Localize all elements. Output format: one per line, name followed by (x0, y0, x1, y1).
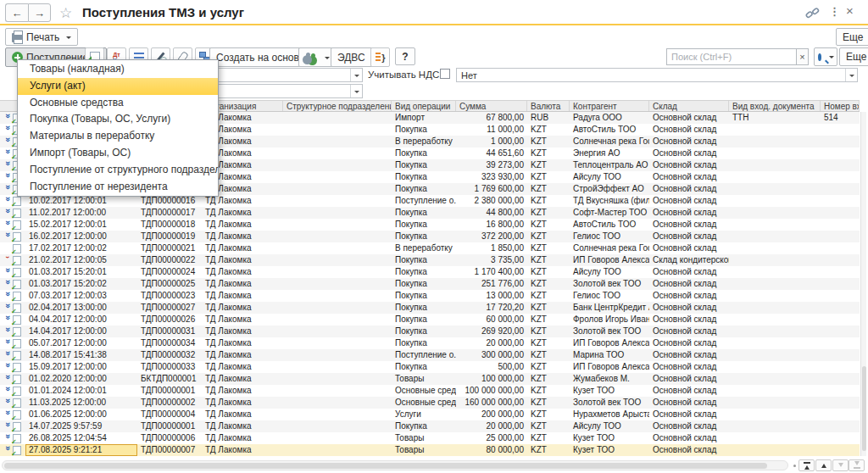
menu-item[interactable]: Товары (накладная) (18, 61, 218, 78)
table-row[interactable]: »15.02.2017 12:00:01ТДП00000018ТД Лакомк… (0, 219, 860, 231)
menu-item[interactable]: Покупка (Товары, ОС, Услуги) (18, 111, 218, 128)
table-row[interactable]: »14.07.2025 9:57:59ТДП00000001ТД Лакомка… (0, 420, 860, 432)
get-link-icon[interactable] (805, 6, 820, 24)
vat-checkbox[interactable] (440, 69, 450, 79)
menu-item[interactable]: Поступление от нерезидента (18, 179, 218, 196)
cell-cur: KZT (527, 136, 570, 147)
document-icon (13, 303, 21, 313)
cell-sum: 60 000,00 (456, 314, 527, 326)
table-row[interactable]: »01.03.2017 15:20:02ТДП00000025ТД Лакомк… (0, 278, 860, 290)
search-input[interactable] (667, 49, 796, 64)
menu-item[interactable]: Основные средства (18, 95, 218, 112)
horizontal-scrollbar-thumb[interactable] (4, 463, 767, 469)
filter-combo-2[interactable] (217, 84, 363, 98)
cell-vnum (821, 219, 860, 231)
print-button[interactable]: Печать (5, 28, 78, 46)
cell-org: ТД Лакомка (202, 337, 283, 349)
column-header-struct[interactable]: Структурное подразделение (283, 101, 392, 111)
table-row[interactable]: »15.09.2017 12:00:00ТДП00000033ТД Лакомк… (0, 361, 860, 373)
column-header-vdoc[interactable]: Вид вход. документа (729, 101, 821, 111)
cell-struct (283, 302, 392, 314)
chevron-down-icon[interactable] (350, 69, 362, 81)
cell-struct (283, 124, 392, 136)
column-header-contr[interactable]: Контрагент (570, 101, 649, 111)
more-button-top[interactable]: Еще (836, 28, 868, 46)
table-row[interactable]: ›21.02.2017 12:00:05ТДП00000022ТД Лакомк… (0, 254, 860, 266)
column-header-sklad[interactable]: Склад (649, 101, 729, 111)
table-row[interactable]: »01.01.2024 12:00:01ТДП00000001ТД Лакомк… (0, 385, 860, 397)
people-plus-icon (305, 52, 318, 63)
filter-combo-1[interactable] (217, 68, 363, 82)
vertical-scrollbar-thumb[interactable] (862, 366, 866, 451)
vertical-scrollbar[interactable] (860, 112, 866, 456)
cell-struct (283, 278, 392, 290)
cell-struct (283, 147, 392, 159)
table-row[interactable]: »01.03.2017 15:20:01ТДП00000024ТД Лакомк… (0, 266, 860, 278)
search-button[interactable] (814, 47, 837, 66)
table-row[interactable]: »26.08.2025 12:04:54ТДП00000006ТД Лакомк… (0, 432, 860, 444)
window-menu-dots-icon[interactable]: ⋮ (829, 5, 840, 18)
cell-cur: KZT (527, 409, 570, 420)
table-row[interactable]: »14.08.2017 15:41:38ТДП00000032ТД Лакомк… (0, 349, 860, 361)
table-row[interactable]: »16.02.2017 12:00:00ТДП00000019ТД Лакомк… (0, 231, 860, 242)
forward-button[interactable]: → (28, 3, 51, 22)
close-icon[interactable]: × (846, 3, 854, 18)
cell-vdoc (729, 290, 821, 302)
horizontal-scrollbar[interactable] (2, 460, 788, 470)
vat-combo[interactable]: Нет (456, 68, 858, 82)
go-up-button[interactable] (815, 459, 832, 471)
cell-sklad: Основной склад (649, 326, 729, 337)
cell-number: ТДП00000027 (137, 302, 202, 314)
cell-sklad: Основной склад (649, 159, 729, 171)
back-button[interactable]: ← (5, 3, 28, 22)
chevron-down-icon[interactable] (350, 85, 362, 97)
row-status-icons: » (0, 373, 25, 385)
favorite-star-icon[interactable]: ☆ (59, 4, 72, 22)
cell-sum: 20 000,00 (456, 420, 527, 432)
cell-sklad: Основной склад (649, 112, 729, 124)
row-status-icons: » (0, 231, 25, 242)
menu-item[interactable]: Услуги (акт) (18, 78, 218, 95)
cell-sklad: Основной склад (649, 420, 729, 432)
cell-date: 04.04.2017 12:00:00 (25, 314, 137, 326)
table-row[interactable]: »05.07.2017 12:00:00ТДП00000034ТД Лакомк… (0, 337, 860, 349)
cell-number: ТДП00000034 (137, 337, 202, 349)
table-row[interactable]: »17.02.2017 12:00:02ТДП00000021ТД Лакомк… (0, 242, 860, 254)
cell-cur: KZT (527, 207, 570, 219)
cell-cur: KZT (527, 337, 570, 349)
chevron-down-icon[interactable] (845, 69, 857, 81)
column-header-cur[interactable]: Валюта (527, 101, 570, 111)
table-row[interactable]: »07.03.2017 12:00:03ТДП00000023ТД Лакомк… (0, 290, 860, 302)
cell-number: ТДП00000004 (137, 409, 202, 420)
menu-item[interactable]: Материалы в переработку (18, 128, 218, 145)
cell-op: В переработку (392, 242, 456, 254)
cell-date: 14.04.2017 12:00:00 (25, 326, 137, 337)
cell-number: ТДП00000023 (137, 290, 202, 302)
table-row[interactable]: »27.08.2025 9:21:21ТДП00000007ТД Лакомка… (0, 444, 860, 456)
go-to-first-button[interactable] (798, 459, 815, 471)
table-row[interactable]: »01.02.2020 12:00:00БКТДП000001ТД Лакомк… (0, 373, 860, 385)
table-row[interactable]: »04.04.2017 12:00:00ТДП00000026ТД Лакомк… (0, 314, 860, 326)
table-row[interactable]: »11.02.2017 12:00:00ТДП00000017ТД Лакомк… (0, 207, 860, 219)
help-button[interactable]: ? (395, 47, 415, 65)
cell-number: ТДП00000032 (137, 349, 202, 361)
column-header-op[interactable]: Вид операции (392, 101, 456, 111)
menu-item[interactable]: Поступление от структурного подразделени… (18, 162, 218, 179)
cell-org: ТД Лакомка (202, 266, 283, 278)
cell-cur: KZT (527, 278, 570, 290)
more-button-list[interactable]: Еще (839, 47, 868, 66)
esf-button[interactable]: } (370, 47, 390, 67)
table-row[interactable]: »02.04.2017 13:00:00ТДП00000027ТД Лакомк… (0, 302, 860, 314)
table-row[interactable]: »11.03.2025 12:00:00ТДП00000002ТД Лакомк… (0, 397, 860, 409)
column-header-sum[interactable]: Сумма (456, 101, 527, 111)
cell-sum: 323 930,00 (456, 171, 527, 183)
table-row[interactable]: »01.06.2025 12:00:00ТДП00000004ТД Лакомк… (0, 409, 860, 420)
clear-search-button[interactable]: × (796, 49, 808, 64)
cell-vnum (821, 397, 860, 409)
cell-struct (283, 266, 392, 278)
table-row[interactable]: »14.04.2017 12:00:00ТДП00000031ТД Лакомк… (0, 326, 860, 337)
cell-vnum (821, 361, 860, 373)
column-header-vnum[interactable]: Номер вх (821, 101, 860, 111)
cell-contr: ИП Говоров Алексан.. (570, 361, 649, 373)
menu-item[interactable]: Импорт (Товары, ОС) (18, 145, 218, 162)
